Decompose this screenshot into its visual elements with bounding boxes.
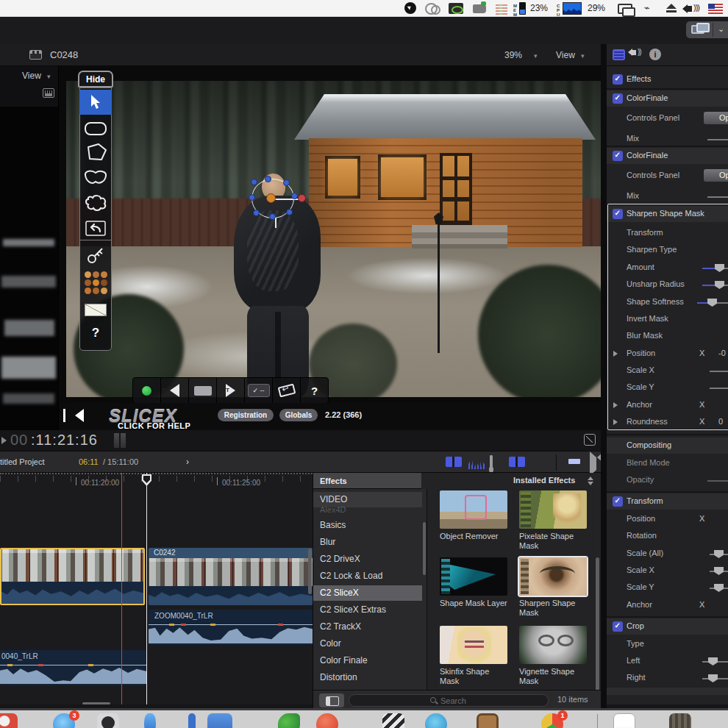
inspector-row-transform-section[interactable]: Transform bbox=[607, 493, 728, 510]
inspector-row-effects[interactable]: Effects bbox=[607, 71, 728, 88]
category-c2-slicex-extras[interactable]: C2 SliceX Extras bbox=[313, 602, 422, 618]
dock-app-icon[interactable] bbox=[316, 713, 338, 728]
timeline-vscrollbar[interactable] bbox=[308, 549, 312, 594]
inspector-row-shape-softness[interactable]: Shape Softness bbox=[607, 294, 728, 310]
mask-control-point[interactable] bbox=[249, 194, 255, 201]
inspector-row-blend-mode[interactable]: Blend Mode bbox=[607, 455, 728, 471]
inspector-row-type[interactable]: Type bbox=[607, 636, 728, 652]
category-c2-slicex[interactable]: C2 SliceX bbox=[313, 585, 422, 601]
arrow-tool[interactable] bbox=[79, 90, 112, 115]
checkbox[interactable] bbox=[613, 74, 623, 85]
inspector-row-mix[interactable]: Mix bbox=[607, 131, 728, 147]
inspector-row-colorfinale[interactable]: ColorFinale bbox=[607, 148, 728, 164]
timeline-ruler[interactable]: 00:11:20:00 00:11:25:00 bbox=[0, 473, 313, 492]
audio-meter-left[interactable] bbox=[114, 433, 119, 448]
checkbox[interactable] bbox=[613, 151, 623, 161]
inspector-row-amount[interactable]: Amount bbox=[607, 260, 728, 276]
installed-effects-dropdown[interactable]: Installed Effects bbox=[513, 476, 575, 485]
key-tool[interactable] bbox=[79, 243, 112, 268]
scale-x-slider[interactable] bbox=[710, 371, 728, 372]
display-mirroring-icon[interactable] bbox=[618, 4, 632, 14]
wave-menu-icon[interactable]: ⌁ bbox=[644, 2, 650, 13]
dock-app-icon[interactable] bbox=[477, 713, 499, 728]
tracking-help-button[interactable]: ? bbox=[301, 378, 328, 403]
meter-icon[interactable] bbox=[496, 3, 507, 15]
category-basics[interactable]: Basics bbox=[313, 518, 422, 533]
inspector-row-scale-y[interactable]: Scale Y bbox=[607, 579, 728, 596]
mask-control-point[interactable] bbox=[283, 179, 290, 186]
audio-inspector-icon[interactable] bbox=[632, 50, 636, 55]
audio-meter-right[interactable] bbox=[121, 433, 126, 448]
viewer-canvas[interactable] bbox=[59, 66, 601, 403]
timeline-clip[interactable]: C0242 bbox=[149, 548, 313, 605]
sidebar-toggle-button[interactable] bbox=[319, 693, 344, 707]
play-icon[interactable] bbox=[1, 437, 7, 444]
crop-left-slider[interactable] bbox=[702, 661, 728, 663]
inspector-row-unsharp-radius[interactable]: Unsharp Radius bbox=[607, 276, 728, 293]
eject-icon[interactable] bbox=[666, 4, 677, 9]
category-color[interactable]: Color bbox=[313, 636, 422, 652]
chevron-down-icon[interactable]: ⌄ bbox=[718, 24, 724, 34]
globals-button[interactable]: Globals bbox=[279, 409, 318, 421]
location-menu-icon[interactable] bbox=[404, 2, 416, 14]
registration-button[interactable]: Registration bbox=[218, 409, 274, 421]
histogram-icon[interactable] bbox=[43, 88, 54, 98]
category-color-finale[interactable]: Color Finale bbox=[313, 653, 422, 668]
checkbox[interactable] bbox=[613, 496, 623, 507]
matte-preview-tool[interactable] bbox=[79, 297, 112, 322]
search-input[interactable]: Search bbox=[349, 694, 549, 707]
dock-app-icon[interactable] bbox=[613, 713, 635, 728]
reset-transform-button[interactable] bbox=[273, 378, 301, 403]
inspector-row-scale-y[interactable]: Scale Y bbox=[607, 379, 728, 396]
opacity-slider[interactable] bbox=[707, 480, 728, 482]
color-dots-tool[interactable] bbox=[79, 269, 112, 296]
drive-icon[interactable] bbox=[473, 4, 486, 13]
shape-softness-slider[interactable] bbox=[697, 302, 728, 304]
dock-app-icon[interactable] bbox=[278, 713, 300, 728]
palette-help-button[interactable]: ? bbox=[79, 321, 112, 346]
bspline-shape-tool[interactable] bbox=[79, 165, 112, 190]
mask-control-point[interactable] bbox=[253, 210, 260, 216]
inspector-row-scale-all[interactable]: Scale (All) bbox=[607, 546, 728, 562]
track-options-button[interactable]: ✓ -- bbox=[245, 378, 273, 403]
inspector-row-transform[interactable]: Transform bbox=[607, 225, 728, 241]
inspector-row-scale-x[interactable]: Scale X bbox=[607, 363, 728, 379]
mask-rotation-point[interactable] bbox=[298, 194, 306, 202]
inspector-row-opacity[interactable]: Opacity bbox=[607, 472, 728, 488]
hide-button[interactable]: Hide bbox=[78, 71, 113, 88]
timeline[interactable]: 00:11:20:00 00:11:25:00 C0242 ZOOM0040_T… bbox=[0, 473, 313, 704]
disclosure-triangle[interactable] bbox=[613, 351, 618, 357]
inspector-row-position[interactable]: Position X -0 bbox=[607, 346, 728, 362]
effects-scrollbar[interactable] bbox=[596, 557, 599, 697]
checkbox[interactable] bbox=[613, 209, 623, 219]
dock-app-icon[interactable] bbox=[207, 713, 232, 728]
rectangle-shape-tool[interactable] bbox=[79, 116, 112, 141]
inspector-row-sharpen-type[interactable]: Sharpen Type bbox=[607, 242, 728, 258]
screen-capture-control[interactable]: ⌄ bbox=[686, 21, 728, 38]
cpu-graph-icon[interactable] bbox=[563, 2, 582, 15]
dock-app-icon[interactable] bbox=[669, 713, 691, 728]
info-inspector-icon[interactable]: i bbox=[649, 49, 661, 60]
mix-slider[interactable] bbox=[707, 196, 728, 198]
volume-icon[interactable] bbox=[687, 6, 692, 12]
inspector-row-sharpen-shape-mask[interactable]: Sharpen Shape Mask bbox=[607, 206, 728, 222]
inspector-row-invert-mask[interactable]: Invert Mask bbox=[607, 311, 728, 327]
dock-app-icon[interactable] bbox=[144, 713, 156, 728]
amount-slider[interactable] bbox=[702, 268, 728, 269]
mask-control-point[interactable] bbox=[269, 213, 276, 220]
unsharp-radius-slider[interactable] bbox=[702, 285, 728, 286]
creative-cloud-icon[interactable] bbox=[425, 3, 438, 15]
track-forward-button[interactable] bbox=[217, 378, 245, 403]
scale-all-slider[interactable] bbox=[710, 554, 728, 555]
clip-appearance-icon[interactable] bbox=[446, 457, 462, 467]
inspector-row-anchor[interactable]: AnchorX bbox=[607, 597, 728, 613]
freeform-shape-tool[interactable] bbox=[79, 190, 112, 215]
category-blur[interactable]: Blur bbox=[313, 535, 422, 550]
category-c2-drivex[interactable]: C2 DriveX bbox=[313, 552, 422, 567]
open-button[interactable]: Op bbox=[704, 112, 728, 124]
track-backward-button[interactable] bbox=[161, 378, 189, 403]
project-nav-arrow[interactable]: › bbox=[186, 457, 189, 467]
dock-app-icon[interactable] bbox=[188, 713, 196, 728]
crop-right-slider[interactable] bbox=[702, 678, 728, 679]
mix-slider[interactable] bbox=[707, 139, 728, 140]
